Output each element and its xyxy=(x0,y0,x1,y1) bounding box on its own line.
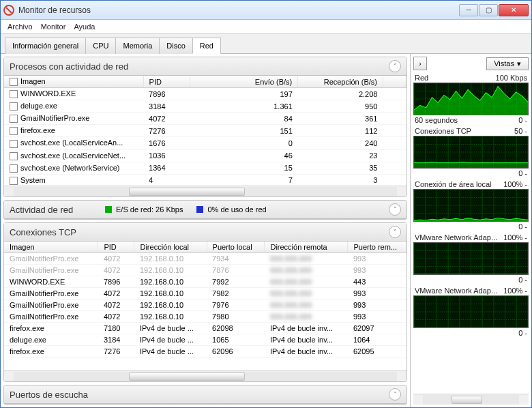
checkbox[interactable] xyxy=(10,177,18,185)
checkbox[interactable] xyxy=(10,127,18,135)
graphs-container: Red100 Kbps 60 segundos0 - Conexiones TC… xyxy=(413,73,529,394)
panel-net-activity: Actividad de red E/S de red: 26 Kbps 0% … xyxy=(3,200,407,220)
app-window: Monitor de recursos ─ ▢ ✕ Archivo Monito… xyxy=(0,0,532,408)
panel-net-activity-header[interactable]: Actividad de red E/S de red: 26 Kbps 0% … xyxy=(4,201,407,219)
panel-listening: Puertos de escucha ˅ xyxy=(3,385,407,405)
panel-tcp-header[interactable]: Conexiones TCP ˄ xyxy=(4,223,407,242)
graph-scale: 50 - xyxy=(514,127,527,135)
graph-scale: 100% - xyxy=(503,180,527,188)
table-row[interactable]: WINWORD.EXE7896192.168.0.107992000.000.0… xyxy=(4,276,407,288)
table-row[interactable]: WINWORD.EXE78961972.208 xyxy=(4,88,407,100)
app-icon xyxy=(3,5,14,16)
net-usage-swatch xyxy=(196,206,203,213)
svg-line-1 xyxy=(6,8,12,13)
expand-icon[interactable]: ˅ xyxy=(389,203,401,216)
table-row[interactable]: GmailNotifierPro.exe4072192.168.0.107934… xyxy=(4,253,407,265)
table-row[interactable]: System473 xyxy=(4,174,407,186)
graph-title: Red xyxy=(415,74,428,82)
table-row[interactable]: svchost.exe (LocalServiceAn...16760240 xyxy=(4,137,407,149)
menu-archivo[interactable]: Archivo xyxy=(8,23,33,31)
graph-canvas xyxy=(413,295,529,328)
panel-listening-title: Puertos de escucha xyxy=(10,390,389,400)
panel-processes: Procesos con actividad de red ˄ Imagen P… xyxy=(3,57,407,197)
checkbox[interactable] xyxy=(10,90,18,98)
menu-ayuda[interactable]: Ayuda xyxy=(74,23,95,31)
panel-listening-header[interactable]: Puertos de escucha ˅ xyxy=(4,385,407,404)
net-io-swatch xyxy=(105,206,112,213)
checkbox[interactable] xyxy=(10,140,18,148)
graph-title: Conexión de área local xyxy=(415,180,492,188)
collapse-icon[interactable]: ˄ xyxy=(389,60,401,72)
graph-title: Conexiones TCP xyxy=(415,127,471,135)
dropdown-icon: ▾ xyxy=(517,59,521,68)
side-collapse-button[interactable]: › xyxy=(413,57,427,70)
checkbox-all[interactable] xyxy=(10,78,18,86)
graph: Conexiones TCP50 - 0 - xyxy=(413,126,529,178)
window-title: Monitor de recursos xyxy=(18,5,459,15)
tab-cpu[interactable]: CPU xyxy=(85,38,116,54)
panel-tcp-title: Conexiones TCP xyxy=(10,227,389,237)
checkbox[interactable] xyxy=(10,115,18,123)
table-row[interactable]: firefox.exe7276151112 xyxy=(4,125,407,137)
table-row[interactable]: svchost.exe (NetworkService)13641535 xyxy=(4,162,407,174)
graph-canvas xyxy=(413,189,529,222)
net-io-label: E/S de red: 26 Kbps xyxy=(116,205,183,214)
net-usage-label: 0% de uso de red xyxy=(207,205,266,214)
graph-title: VMware Network Adap... xyxy=(415,287,497,295)
checkbox[interactable] xyxy=(10,102,18,111)
panel-processes-header[interactable]: Procesos con actividad de red ˄ xyxy=(4,57,407,76)
graph: VMware Network Adap...100% - 0 - xyxy=(413,286,529,338)
tab-overview[interactable]: Información general xyxy=(5,38,86,54)
tcp-table[interactable]: Imagen PID Dirección local Puerto local … xyxy=(4,242,407,370)
processes-hscroll[interactable] xyxy=(4,186,407,196)
graph-title: VMware Network Adap... xyxy=(415,233,497,242)
table-row[interactable]: GmailNotifierPro.exe407284361 xyxy=(4,113,407,125)
table-row[interactable]: GmailNotifierPro.exe4072192.168.0.107876… xyxy=(4,265,407,276)
left-pane: Procesos con actividad de red ˄ Imagen P… xyxy=(1,54,410,407)
net-activity-title: Actividad de red xyxy=(10,205,91,215)
tab-bar: Información general CPU Memoria Disco Re… xyxy=(1,34,531,54)
minimize-button[interactable]: ─ xyxy=(459,4,478,16)
tab-memory[interactable]: Memoria xyxy=(115,38,160,54)
right-pane: › Vistas▾ Red100 Kbps 60 segundos0 - Con… xyxy=(410,54,531,407)
graph-canvas xyxy=(413,242,529,275)
checkbox[interactable] xyxy=(10,152,18,160)
graph-scale: 100% - xyxy=(503,287,527,295)
menu-monitor[interactable]: Monitor xyxy=(41,23,66,31)
checkbox[interactable] xyxy=(10,164,18,173)
title-bar[interactable]: Monitor de recursos ─ ▢ ✕ xyxy=(1,1,531,20)
tab-network[interactable]: Red xyxy=(192,38,221,54)
graph-scale: 100% - xyxy=(503,233,527,242)
graph-canvas xyxy=(413,136,529,169)
table-row[interactable]: firefox.exe7180IPv4 de bucle ...62098IPv… xyxy=(4,323,407,334)
graph: VMware Network Adap...100% - 0 - xyxy=(413,233,529,285)
graph-canvas xyxy=(413,83,529,115)
graph: Conexión de área local100% - 0 - xyxy=(413,179,529,231)
expand-icon[interactable]: ˅ xyxy=(389,388,401,400)
collapse-icon[interactable]: ˄ xyxy=(389,226,401,238)
panel-tcp: Conexiones TCP ˄ Imagen PID Dirección lo… xyxy=(3,222,407,382)
table-row[interactable]: GmailNotifierPro.exe4072192.168.0.107980… xyxy=(4,311,407,323)
tcp-hscroll[interactable] xyxy=(4,370,407,381)
menu-bar: Archivo Monitor Ayuda xyxy=(1,20,531,34)
table-row[interactable]: deluge.exe3184IPv4 de bucle ...1065IPv4 … xyxy=(4,334,407,346)
window-buttons: ─ ▢ ✕ xyxy=(459,4,529,16)
maximize-button[interactable]: ▢ xyxy=(479,4,498,16)
table-row[interactable]: firefox.exe7276IPv4 de bucle ...62096IPv… xyxy=(4,346,407,358)
graph-scale: 100 Kbps xyxy=(496,74,527,82)
table-row[interactable]: svchost.exe (LocalServiceNet...10364623 xyxy=(4,149,407,162)
table-row[interactable]: deluge.exe31841.361950 xyxy=(4,100,407,113)
processes-table[interactable]: Imagen PID Envío (B/s) Recepción (B/s) W… xyxy=(4,76,407,186)
close-button[interactable]: ✕ xyxy=(499,4,529,16)
table-row[interactable]: GmailNotifierPro.exe4072192.168.0.107982… xyxy=(4,288,407,300)
panel-processes-title: Procesos con actividad de red xyxy=(10,61,389,72)
graph: Red100 Kbps 60 segundos0 - xyxy=(413,73,529,125)
views-button[interactable]: Vistas▾ xyxy=(486,57,529,70)
table-row[interactable]: GmailNotifierPro.exe4072192.168.0.107976… xyxy=(4,300,407,311)
tab-disk[interactable]: Disco xyxy=(159,38,193,54)
graphs-hscroll[interactable] xyxy=(413,394,529,405)
